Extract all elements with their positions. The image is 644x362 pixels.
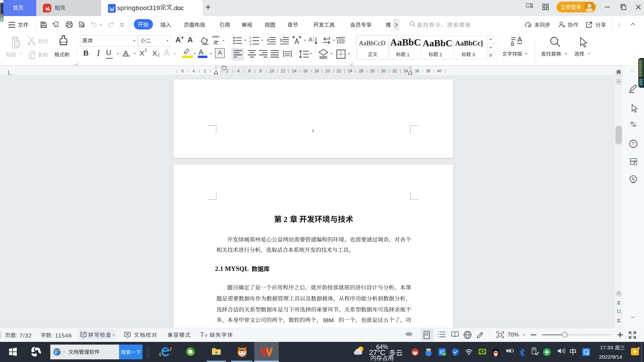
svg-text:?: ?: [632, 141, 635, 146]
svg-text:e: e: [55, 349, 57, 356]
svg-text:2: 2: [55, 23, 56, 26]
svg-text:1: 1: [528, 4, 529, 7]
svg-text:A: A: [309, 37, 313, 43]
svg-text:3: 3: [250, 43, 251, 46]
